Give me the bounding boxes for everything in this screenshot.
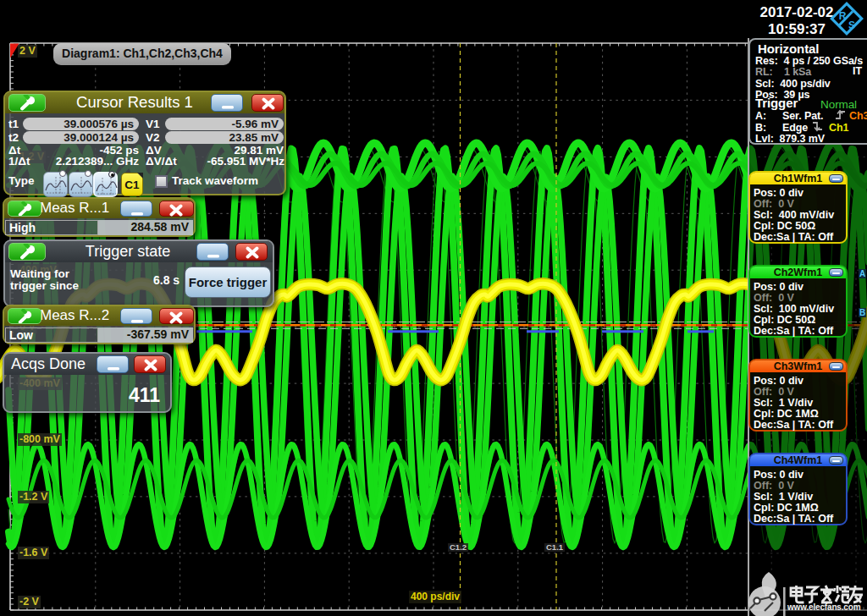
- svg-text:R: R: [839, 10, 847, 22]
- svg-text:S: S: [848, 19, 855, 31]
